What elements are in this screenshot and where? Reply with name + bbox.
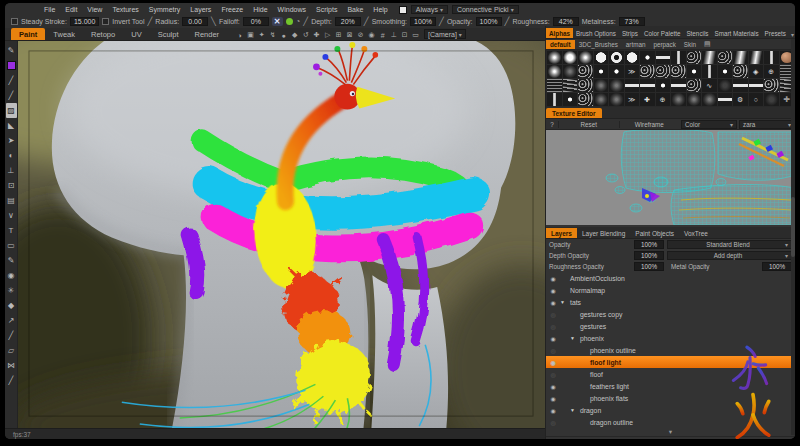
tab-smart-materials[interactable]: Smart Materials: [711, 28, 761, 38]
spline-tool[interactable]: ╱: [6, 373, 17, 388]
alpha-thumb-19[interactable]: [578, 65, 593, 78]
move-layer-up-icon[interactable]: ↑: [592, 439, 596, 440]
collapse-arrow-icon[interactable]: ▼: [560, 299, 567, 305]
tab-layer-blending[interactable]: Layer Blending: [577, 228, 630, 238]
collapse-arrow-icon[interactable]: ▼: [570, 335, 577, 341]
menu-view[interactable]: View: [82, 6, 107, 13]
panel-icon[interactable]: ⊞: [334, 31, 343, 39]
eye-tool[interactable]: ◉: [6, 268, 17, 283]
menu-bake[interactable]: Bake: [342, 6, 368, 13]
alpha-thumb-61[interactable]: ⚙: [733, 93, 748, 106]
pen-curve-icon[interactable]: ╱: [505, 17, 510, 26]
menu-hide[interactable]: Hide: [248, 6, 272, 13]
color-swatch[interactable]: [6, 58, 17, 73]
alpha-thumb-59[interactable]: [702, 93, 717, 106]
panel-close-icon[interactable]: ⊠: [345, 31, 354, 39]
viewport-3d[interactable]: [18, 41, 545, 428]
alpha-thumb-5[interactable]: [609, 51, 624, 64]
play-icon[interactable]: ▷: [323, 31, 332, 39]
tab-presets[interactable]: Presets: [762, 28, 789, 38]
alpha-thumb-33[interactable]: [547, 79, 562, 92]
menu-textures[interactable]: Textures: [107, 6, 143, 13]
alpha-thumb-4[interactable]: [594, 51, 609, 64]
pen-curve-icon[interactable]: ╱: [148, 17, 153, 26]
alpha-thumb-15[interactable]: [764, 51, 779, 64]
rect-tool[interactable]: ▭: [6, 238, 17, 253]
disable-icon[interactable]: ⊘: [356, 31, 365, 39]
roughness-opacity-value[interactable]: 100%: [634, 262, 664, 271]
contrast-icon[interactable]: ◑: [235, 32, 244, 39]
brush-tool[interactable]: ✎: [6, 43, 17, 58]
menu-windows[interactable]: Windows: [273, 6, 311, 13]
roughness-value[interactable]: 42%: [553, 17, 579, 26]
menu-scripts[interactable]: Scripts: [311, 6, 342, 13]
add-icon[interactable]: ✚: [312, 31, 321, 39]
alpha-thumb-3[interactable]: [578, 51, 593, 64]
alpha-thumb-27[interactable]: [702, 65, 717, 78]
collapse-arrow-icon[interactable]: ▼: [570, 407, 577, 413]
grid-icon[interactable]: #: [378, 32, 387, 39]
alpha-thumb-11[interactable]: [702, 51, 717, 64]
alpha-thumb-60[interactable]: [718, 93, 733, 106]
pen-curve-icon[interactable]: ╲: [211, 17, 216, 26]
frame-icon[interactable]: ⊡: [400, 31, 409, 39]
tab-texture-editor[interactable]: Texture Editor: [546, 108, 602, 118]
menu-layers[interactable]: Layers: [185, 6, 216, 13]
falloff-value[interactable]: 0%: [243, 17, 269, 26]
alpha-thumb-44[interactable]: [718, 79, 733, 92]
channel-dropdown[interactable]: Color▾: [681, 120, 737, 129]
tab-brush-options[interactable]: Brush Options: [573, 28, 619, 38]
tab-alphas[interactable]: Alphas: [546, 28, 573, 38]
metalness-value[interactable]: 73%: [619, 17, 645, 26]
add-layer-icon[interactable]: ✚: [561, 438, 567, 439]
layer-row-tats[interactable]: ◉▼tats: [546, 296, 795, 308]
layer-visibility-icon[interactable]: ◎: [549, 311, 557, 318]
menu-help[interactable]: Help: [368, 6, 392, 13]
alpha-thumb-41[interactable]: [671, 79, 686, 92]
refresh-layers-icon[interactable]: ↻: [607, 438, 613, 439]
eraser-tool[interactable]: ▨: [6, 103, 17, 118]
pencil2-tool[interactable]: ✎: [6, 253, 17, 268]
alpha-group-default[interactable]: default: [546, 40, 575, 49]
target-icon[interactable]: ◉: [367, 31, 376, 39]
alpha-thumb-12[interactable]: [718, 51, 733, 64]
layer-visibility-icon[interactable]: ◉: [549, 299, 557, 306]
bowtie-tool[interactable]: ⋈: [6, 358, 17, 373]
alpha-thumb-42[interactable]: [687, 79, 702, 92]
tab-layers[interactable]: Layers: [546, 228, 577, 238]
layer-row-phoenix-outline[interactable]: ◎phoenix outline: [546, 344, 795, 356]
alpha-thumb-22[interactable]: ≫: [625, 65, 640, 78]
scroll-down-indicator[interactable]: ▼: [546, 429, 795, 436]
flower-tool[interactable]: ✳: [6, 283, 17, 298]
alpha-thumb-56[interactable]: ⊕: [656, 93, 671, 106]
alpha-thumb-31[interactable]: ⊕: [764, 65, 779, 78]
depth-opacity-value[interactable]: 100%: [634, 251, 664, 260]
shadow-tool[interactable]: ◣: [6, 118, 17, 133]
alpha-thumb-18[interactable]: [563, 65, 578, 78]
layer-row-gestures-copy[interactable]: ◎gestures copy: [546, 308, 795, 320]
menu-file[interactable]: File: [39, 6, 60, 13]
tab-paint-objects[interactable]: Paint Objects: [630, 228, 679, 238]
alpha-thumb-34[interactable]: [563, 79, 578, 92]
alpha-thumb-26[interactable]: [687, 65, 702, 78]
metal-opacity-value[interactable]: 100%: [762, 262, 792, 271]
camera-dropdown[interactable]: [Camera] ▾: [424, 29, 466, 39]
picker-tool[interactable]: ↗: [6, 313, 17, 328]
alpha-thumb-55[interactable]: ✚: [640, 93, 655, 106]
object-dropdown[interactable]: zara▾: [739, 120, 795, 129]
lightning-icon[interactable]: ↯: [268, 31, 277, 39]
sparkle-icon[interactable]: ✦: [257, 31, 266, 39]
blank-layer-icon[interactable]: ▢: [571, 438, 578, 439]
alpha-thumb-30[interactable]: ◈: [749, 65, 764, 78]
layer-row-dragon[interactable]: ◉▼dragon: [546, 404, 795, 416]
alpha-thumb-1[interactable]: [547, 51, 562, 64]
color-sphere-icon[interactable]: [286, 18, 293, 25]
tab-stencils[interactable]: Stencils: [683, 28, 711, 38]
layer-row-phoenix[interactable]: ◉▼phoenix: [546, 332, 795, 344]
help-icon[interactable]: ?: [546, 121, 558, 128]
drop-icon[interactable]: ●: [279, 32, 288, 39]
alpha-thumb-58[interactable]: [687, 93, 702, 106]
layer-row-dragon-outline[interactable]: ◎dragon outline: [546, 416, 795, 428]
alpha-thumb-63[interactable]: [764, 93, 779, 106]
pen-curve-icon[interactable]: ╱: [439, 17, 444, 26]
